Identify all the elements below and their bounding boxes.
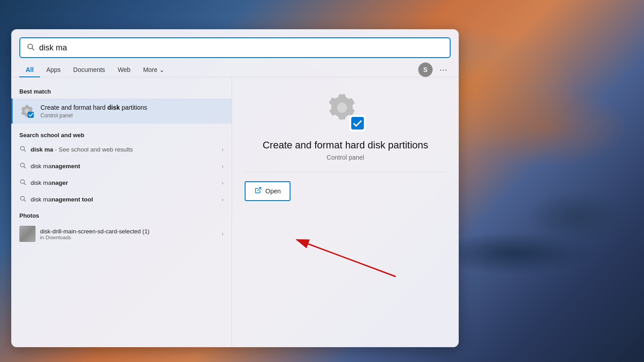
search-web-icon-1: [19, 162, 26, 170]
chevron-right-icon-3: ›: [222, 197, 224, 203]
left-panel: Best match Create an: [11, 77, 232, 347]
svg-line-1: [32, 48, 34, 50]
photos-item-0[interactable]: disk-drill-main-screen-sd-card-selected …: [11, 222, 232, 246]
search-icon: [27, 43, 35, 53]
best-match-header: Best match: [11, 85, 232, 98]
chevron-right-icon-0: ›: [222, 147, 224, 153]
search-web-item-3[interactable]: disk management tool ›: [11, 191, 232, 208]
svg-line-11: [24, 200, 25, 201]
search-web-icon-2: [19, 179, 26, 187]
photo-title-0: disk-drill-main-screen-sd-card-selected …: [40, 228, 217, 235]
search-school-web-section: Search school and web disk ma - See scho…: [11, 129, 232, 208]
detail-icon-area: [245, 91, 446, 131]
tab-documents[interactable]: Documents: [67, 63, 112, 77]
svg-line-7: [24, 166, 25, 168]
right-panel: Create and format hard disk partitions C…: [232, 77, 459, 347]
search-web-item-2[interactable]: disk manager ›: [11, 174, 232, 191]
photos-section: Photos disk-drill-main-screen-sd-card-se…: [11, 210, 232, 246]
tab-web[interactable]: Web: [112, 63, 137, 77]
more-options-button[interactable]: ⋯: [436, 63, 451, 77]
photos-header: Photos: [11, 210, 232, 222]
chevron-right-icon-1: ›: [222, 163, 224, 170]
svg-rect-13: [351, 117, 364, 130]
svg-point-12: [337, 103, 347, 113]
search-web-item-1[interactable]: disk management ›: [11, 158, 232, 174]
detail-subtitle: Control panel: [245, 154, 446, 161]
search-input-wrapper: [19, 37, 451, 58]
svg-line-14: [258, 188, 261, 191]
search-bar-area: [11, 29, 459, 58]
photo-thumbnail-0: [19, 226, 36, 242]
user-avatar[interactable]: S: [418, 63, 433, 77]
best-match-text: Create and format hard disk partitions C…: [40, 103, 224, 119]
open-external-icon: [255, 187, 262, 196]
best-match-subtitle: Control panel: [40, 112, 224, 119]
detail-title: Create and format hard disk partitions: [245, 139, 446, 151]
tab-all[interactable]: All: [19, 63, 40, 77]
search-school-web-header: Search school and web: [11, 129, 232, 141]
open-button[interactable]: Open: [245, 181, 291, 201]
search-tabs: All Apps Documents Web More ⌄ S ⋯: [11, 58, 459, 77]
panel-body: Best match Create an: [11, 77, 459, 347]
chevron-right-photos-0: ›: [222, 231, 224, 237]
tab-more[interactable]: More ⌄: [137, 63, 171, 77]
detail-app-icon: [325, 91, 366, 131]
best-match-title: Create and format hard disk partitions: [40, 103, 224, 112]
search-web-text-3: disk management tool: [31, 196, 217, 203]
search-web-text-2: disk manager: [31, 179, 217, 186]
search-web-icon-0: [19, 145, 26, 154]
chevron-right-icon-2: ›: [222, 180, 224, 186]
search-web-text-1: disk management: [31, 163, 217, 170]
best-match-item[interactable]: Create and format hard disk partitions C…: [11, 98, 232, 124]
detail-divider: [245, 172, 446, 172]
photo-text-0: disk-drill-main-screen-sd-card-selected …: [40, 228, 217, 240]
search-web-text-0: disk ma - See school and web results: [31, 146, 217, 153]
search-web-item-0[interactable]: disk ma - See school and web results ›: [11, 141, 232, 158]
search-panel: All Apps Documents Web More ⌄ S ⋯ Best m…: [11, 29, 459, 347]
photo-subtitle-0: in Downloads: [40, 235, 217, 240]
open-button-label: Open: [265, 188, 281, 195]
check-badge: [349, 115, 366, 131]
tab-apps[interactable]: Apps: [40, 63, 67, 77]
search-web-icon-3: [19, 195, 26, 204]
chevron-down-icon: ⌄: [159, 66, 165, 73]
svg-rect-3: [28, 112, 34, 118]
svg-line-9: [24, 183, 25, 184]
disk-management-icon: [19, 103, 35, 119]
svg-line-5: [24, 150, 25, 151]
search-input[interactable]: [39, 43, 443, 53]
